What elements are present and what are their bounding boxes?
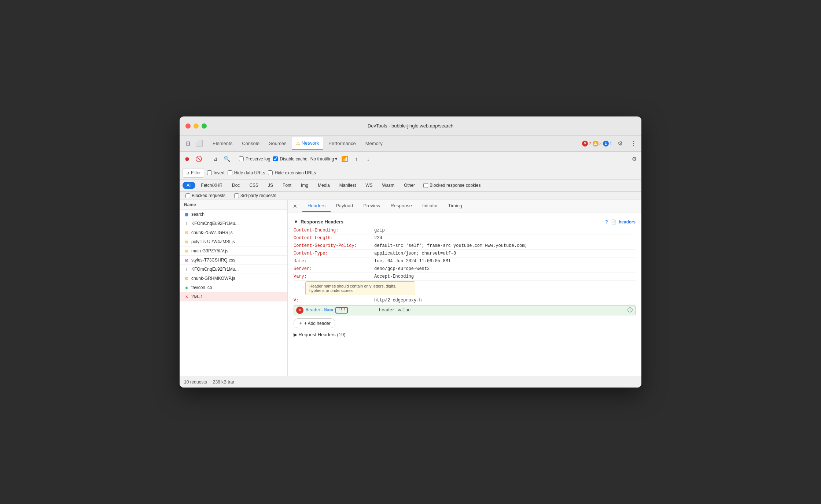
- type-btn-all[interactable]: All: [183, 182, 195, 189]
- disable-cache-input[interactable]: [273, 156, 278, 161]
- tab-performance[interactable]: Performance: [324, 137, 360, 150]
- header-info-icon[interactable]: ⓘ: [626, 307, 634, 314]
- tab-response[interactable]: Response: [385, 200, 417, 212]
- blocked-requests-input[interactable]: [185, 193, 190, 198]
- tab-initiator[interactable]: Initiator: [417, 200, 443, 212]
- file-item-polyfills[interactable]: ⊠ polyfills-UPW4ZMSI.js: [180, 237, 287, 247]
- type-btn-img[interactable]: Img: [297, 182, 312, 189]
- header-error-badge: !!!: [335, 307, 348, 314]
- file-item-chunk-z5w[interactable]: ⊠ chunk-Z5WZJGHS.js: [180, 228, 287, 237]
- main-content: Name ▦ search T KFOmCnqEu92Fr1Mu... ⊠ ch…: [180, 200, 641, 376]
- invert-input[interactable]: [207, 170, 212, 175]
- headers-file-link[interactable]: 📄 .headers: [611, 219, 636, 225]
- network-settings-icon[interactable]: ⚙: [630, 155, 638, 163]
- file-item-main[interactable]: ⊠ main-G3PZY5LV.js: [180, 247, 287, 256]
- type-btn-fetch[interactable]: Fetch/XHR: [197, 182, 227, 189]
- preserve-log-checkbox[interactable]: Preserve log: [239, 156, 270, 162]
- export-icon[interactable]: ↑: [352, 155, 361, 163]
- file-icon-small: 📄: [611, 219, 616, 225]
- titlebar: DevTools - bubble-jingle.web.app/search: [180, 116, 641, 136]
- close-detail-button[interactable]: ✕: [291, 202, 299, 211]
- tab-payload[interactable]: Payload: [331, 200, 358, 212]
- header-row-csp: Content-Security-Policy: default-src 'se…: [294, 242, 636, 250]
- preserve-log-input[interactable]: [239, 156, 244, 161]
- tooltip-box: Header names should contain only letters…: [305, 281, 636, 295]
- devtools-window: DevTools - bubble-jingle.web.app/search …: [180, 116, 641, 388]
- chevron-down-icon: ▾: [335, 156, 337, 162]
- section-actions: ? 📄 .headers: [605, 219, 636, 225]
- header-row-server: Server: deno/gcp-europe-west2: [294, 265, 636, 273]
- tooltip-content: Header names should contain only letters…: [305, 281, 415, 295]
- disable-cache-checkbox[interactable]: Disable cache: [273, 156, 307, 162]
- hide-data-urls-input[interactable]: [228, 170, 232, 175]
- filter-input-container[interactable]: ⊿ Filter: [183, 168, 204, 178]
- tab-console[interactable]: Console: [238, 137, 264, 150]
- devtools-body: ⊡ ⬜ Elements Console Sources ⚠ Network P…: [180, 136, 641, 388]
- tab-preview[interactable]: Preview: [358, 200, 385, 212]
- traffic-lights: [185, 123, 207, 129]
- type-btn-media[interactable]: Media: [314, 182, 334, 189]
- type-btn-ws[interactable]: WS: [361, 182, 376, 189]
- blocked-cookies-input[interactable]: [423, 183, 428, 188]
- type-btn-js[interactable]: JS: [264, 182, 277, 189]
- tab-bar-right: ✕ 2 ⚠ 3 ℹ 1 ⚙ ⋮: [582, 138, 638, 149]
- blocked-cookies-checkbox[interactable]: Blocked response cookies: [423, 183, 481, 188]
- response-headers-section[interactable]: ▼ Response Headers ? 📄 .headers: [294, 217, 636, 227]
- clear-button[interactable]: 🚫: [194, 155, 203, 163]
- record-button[interactable]: ⏺: [183, 155, 191, 163]
- inspect-element-icon[interactable]: ⊡: [183, 138, 193, 149]
- type-btn-wasm[interactable]: Wasm: [378, 182, 399, 189]
- file-item-kfom2[interactable]: T KFOmCnqEu92Fr1Mu...: [180, 265, 287, 274]
- minimize-button[interactable]: [194, 123, 199, 129]
- file-item-favicon[interactable]: ◈ favicon.ico: [180, 283, 287, 292]
- warn-icon-badge: ⚠: [593, 141, 599, 147]
- more-options-icon[interactable]: ⋮: [628, 138, 638, 149]
- file-item-kfom1[interactable]: T KFOmCnqEu92Fr1Mu...: [180, 219, 287, 228]
- info-badge: ℹ 1: [603, 141, 612, 147]
- type-btn-manifest[interactable]: Manifest: [335, 182, 360, 189]
- hide-ext-urls-checkbox[interactable]: Hide extension URLs: [268, 170, 316, 175]
- type-btn-css[interactable]: CSS: [245, 182, 262, 189]
- file-item-styles[interactable]: ⊠ styles-T73CSHRQ.css: [180, 256, 287, 265]
- maximize-button[interactable]: [202, 123, 207, 129]
- type-btn-doc[interactable]: Doc: [228, 182, 244, 189]
- third-party-input[interactable]: [234, 193, 239, 198]
- add-header-button[interactable]: ＋ + Add header: [294, 318, 335, 328]
- request-headers-section[interactable]: ▶ Request Headers (19): [294, 330, 636, 339]
- hide-data-urls-checkbox[interactable]: Hide data URLs: [228, 170, 265, 175]
- filter-icon[interactable]: ⊿: [211, 155, 220, 163]
- tab-memory[interactable]: Memory: [361, 137, 387, 150]
- settings-icon[interactable]: ⚙: [615, 138, 625, 149]
- tab-bar-icons: ⊡ ⬜: [183, 138, 205, 149]
- help-icon[interactable]: ?: [605, 219, 608, 225]
- header-row-date: Date: Tue, 04 Jun 2024 11:09:05 GMT: [294, 257, 636, 265]
- tab-headers[interactable]: Headers: [302, 200, 331, 212]
- close-button[interactable]: [185, 123, 191, 129]
- hide-ext-urls-input[interactable]: [268, 170, 273, 175]
- tab-network[interactable]: ⚠ Network: [292, 137, 324, 150]
- header-name-field[interactable]: Header-Name!!!: [306, 307, 379, 314]
- type-btn-other[interactable]: Other: [400, 182, 419, 189]
- file-item-search[interactable]: ▦ search: [180, 210, 287, 219]
- tab-sources[interactable]: Sources: [265, 137, 291, 150]
- tab-elements[interactable]: Elements: [208, 137, 237, 150]
- js-icon: ⊠: [184, 230, 189, 235]
- wifi-icon[interactable]: 📶: [340, 155, 349, 163]
- file-list-header: Name: [180, 200, 287, 210]
- error-icon: ✕: [582, 141, 588, 147]
- tab-timing[interactable]: Timing: [443, 200, 468, 212]
- blocked-requests-checkbox[interactable]: Blocked requests: [185, 193, 225, 198]
- header-value-field[interactable]: header value: [379, 308, 626, 313]
- type-btn-font[interactable]: Font: [279, 182, 295, 189]
- import-icon[interactable]: ↓: [364, 155, 372, 163]
- delete-header-button[interactable]: ✕: [296, 307, 303, 314]
- search-icon[interactable]: 🔍: [222, 155, 231, 163]
- detail-tabs: ✕ Headers Payload Preview Response Initi…: [288, 200, 641, 212]
- throttle-select[interactable]: No throttling ▾: [310, 156, 338, 162]
- third-party-checkbox[interactable]: 3rd-party requests: [234, 193, 276, 198]
- file-item-lvl1[interactable]: ✕ ?lvl=1: [180, 292, 287, 301]
- invert-checkbox[interactable]: Invert: [207, 170, 225, 175]
- file-item-chunk-grh[interactable]: ⊠ chunk-GRHMKOWP.js: [180, 274, 287, 283]
- header-row-content-length: Content-Length: 224: [294, 234, 636, 242]
- device-toolbar-icon[interactable]: ⬜: [194, 138, 205, 149]
